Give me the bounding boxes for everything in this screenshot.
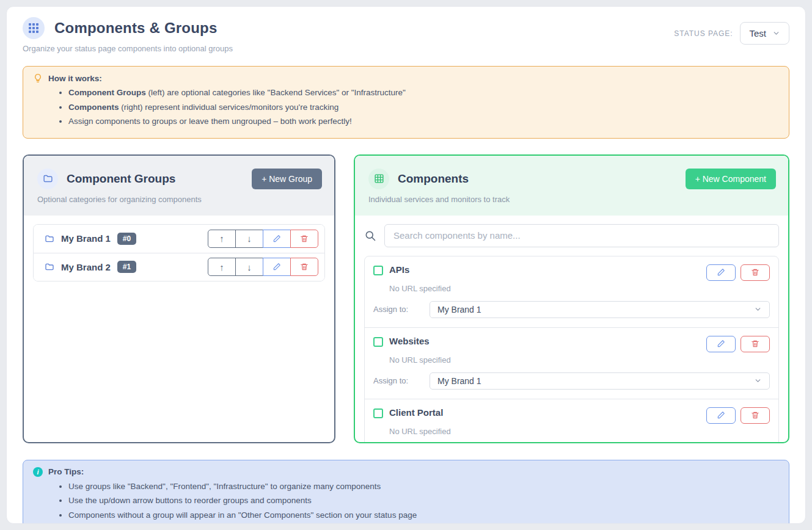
delete-component-button[interactable]	[741, 407, 770, 424]
chevron-down-icon	[754, 305, 762, 313]
component-card: APIs No URL specified	[365, 256, 778, 327]
component-url-text: No URL specified	[389, 427, 770, 436]
trash-icon	[751, 339, 759, 348]
delete-component-button[interactable]	[741, 336, 770, 352]
lightbulb-icon	[33, 73, 43, 83]
group-row: My Brand 2 #1 ↑ ↓	[34, 253, 324, 281]
how-it-works-box: How it works: Component Groups (left) ar…	[23, 66, 789, 139]
how-it-works-title: How it works:	[48, 74, 102, 83]
group-list: My Brand 1 #0 ↑ ↓	[33, 224, 325, 281]
pro-tips-title: Pro Tips:	[48, 467, 84, 476]
group-name: My Brand 2	[61, 262, 111, 272]
how-it-works-item: Assign components to groups or leave the…	[68, 115, 779, 128]
search-components-input[interactable]	[384, 224, 779, 247]
pro-tips-item: Use groups like "Backend", "Frontend", "…	[68, 481, 779, 493]
delete-group-button[interactable]	[290, 230, 318, 248]
pencil-icon	[272, 234, 281, 243]
delete-group-button[interactable]	[290, 258, 318, 276]
edit-component-button[interactable]	[706, 264, 736, 281]
components-panel-subtitle: Individual services and monitors to trac…	[368, 195, 776, 204]
component-card: Websites No URL specified	[365, 327, 778, 399]
groups-panel-subtitle: Optional categories for organizing compo…	[37, 195, 322, 204]
pencil-icon	[717, 268, 725, 277]
move-down-button[interactable]: ↓	[235, 230, 263, 248]
edit-component-button[interactable]	[706, 336, 736, 352]
assign-to-label: Assign to:	[373, 305, 430, 314]
pro-tips-box: i Pro Tips: Use groups like "Backend", "…	[23, 460, 789, 524]
page-card: Components & Groups Organize your status…	[6, 6, 806, 524]
component-groups-panel: Component Groups + New Group Optional ca…	[23, 154, 335, 443]
folder-icon	[37, 169, 58, 189]
edit-group-button[interactable]	[263, 230, 291, 248]
component-name: Client Portal	[389, 407, 443, 418]
new-component-button[interactable]: + New Component	[686, 169, 776, 189]
trash-icon	[300, 234, 309, 243]
groups-panel-title: Component Groups	[67, 172, 175, 186]
delete-component-button[interactable]	[741, 264, 770, 281]
status-page-label: STATUS PAGE:	[674, 29, 733, 38]
table-grid-icon	[368, 169, 389, 189]
component-url-text: No URL specified	[389, 284, 770, 293]
assign-to-label: Assign to:	[373, 376, 430, 385]
move-up-button[interactable]: ↑	[208, 258, 236, 276]
edit-group-button[interactable]	[263, 258, 291, 276]
pro-tips-item: Use the up/down arrow buttons to reorder…	[68, 495, 779, 507]
chevron-down-icon	[754, 377, 762, 385]
edit-component-button[interactable]	[706, 407, 736, 424]
search-icon	[364, 230, 376, 242]
group-order-badge: #1	[117, 261, 136, 273]
how-it-works-list: Component Groups (left) are optional cat…	[33, 87, 779, 128]
info-icon: i	[33, 467, 43, 477]
grid-dots-icon	[23, 17, 45, 39]
component-name: APIs	[389, 264, 409, 275]
move-down-button[interactable]: ↓	[235, 258, 263, 276]
components-panel: Components + New Component Individual se…	[354, 154, 789, 443]
trash-icon	[300, 263, 309, 271]
component-name: Websites	[389, 336, 430, 346]
folder-icon	[45, 234, 54, 244]
pencil-icon	[272, 263, 281, 271]
new-group-button[interactable]: + New Group	[252, 169, 322, 189]
trash-icon	[751, 268, 759, 277]
component-checkbox[interactable]	[373, 337, 383, 347]
page-header: Components & Groups Organize your status…	[7, 7, 805, 53]
component-card: Client Portal No URL specified	[365, 399, 778, 443]
pencil-icon	[717, 411, 725, 419]
assign-group-value: My Brand 1	[437, 376, 481, 386]
components-panel-title: Components	[398, 172, 469, 186]
folder-icon	[45, 262, 54, 272]
page-title: Components & Groups	[54, 20, 217, 37]
page-subtitle: Organize your status page components int…	[23, 44, 233, 53]
component-checkbox[interactable]	[373, 408, 383, 418]
pro-tips-item: Components without a group will appear i…	[68, 509, 779, 521]
component-url-text: No URL specified	[389, 355, 770, 365]
pencil-icon	[717, 339, 725, 348]
group-order-badge: #0	[117, 233, 136, 245]
pro-tips-list: Use groups like "Backend", "Frontend", "…	[33, 481, 779, 521]
assign-group-select[interactable]: My Brand 1	[430, 372, 770, 390]
component-list: APIs No URL specified	[364, 256, 779, 443]
group-name: My Brand 1	[61, 233, 111, 244]
move-up-button[interactable]: ↑	[208, 230, 236, 248]
trash-icon	[751, 411, 759, 419]
group-row: My Brand 1 #0 ↑ ↓	[34, 225, 324, 253]
assign-group-select[interactable]: My Brand 1	[430, 301, 770, 318]
status-page-value: Test	[749, 28, 766, 38]
how-it-works-item: Components (right) represent individual …	[68, 101, 779, 114]
chevron-down-icon	[772, 29, 780, 37]
component-checkbox[interactable]	[373, 266, 383, 275]
how-it-works-item: Component Groups (left) are optional cat…	[68, 87, 779, 99]
assign-group-value: My Brand 1	[437, 305, 481, 314]
status-page-select[interactable]: Test	[740, 22, 789, 45]
